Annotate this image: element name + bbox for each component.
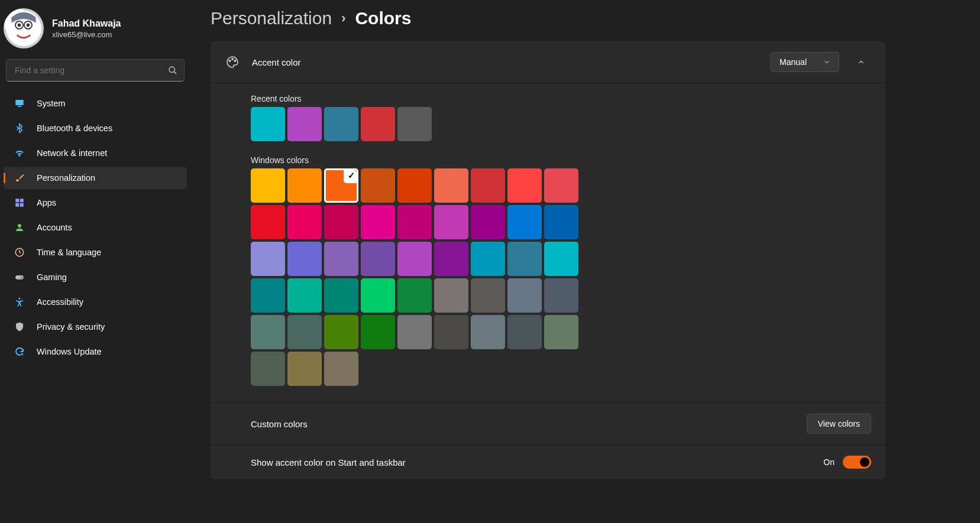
windows-color-swatch[interactable] [397, 242, 432, 276]
windows-color-swatch[interactable] [251, 205, 285, 239]
accent-color-header[interactable]: Accent color Manual [211, 41, 885, 83]
sidebar-item-label: Network & internet [37, 148, 107, 158]
recent-color-swatch[interactable] [251, 107, 285, 141]
svg-point-16 [21, 277, 22, 278]
svg-rect-10 [20, 199, 24, 202]
show-accent-label: Show accent color on Start and taskbar [251, 457, 811, 467]
sidebar-item-gamepad[interactable]: Gaming [4, 266, 187, 288]
windows-color-swatch[interactable] [287, 242, 322, 276]
windows-color-swatch[interactable] [361, 205, 395, 239]
svg-point-5 [169, 67, 174, 72]
windows-color-swatch[interactable] [251, 352, 285, 386]
svg-point-13 [18, 224, 21, 228]
avatar-illustration-icon [6, 11, 41, 46]
collapse-button[interactable] [851, 52, 871, 72]
sidebar-item-label: Bluetooth & devices [37, 124, 112, 133]
profile-email: xlive65@live.com [52, 30, 121, 39]
windows-color-swatch[interactable] [507, 242, 542, 276]
view-colors-button[interactable]: View colors [807, 414, 871, 434]
windows-color-swatch[interactable] [544, 278, 578, 313]
search-input[interactable] [6, 59, 185, 82]
windows-color-swatch[interactable] [471, 315, 505, 349]
sidebar-item-update[interactable]: Windows Update [4, 340, 187, 363]
windows-color-swatch[interactable] [434, 205, 468, 239]
sidebar-item-shield[interactable]: Privacy & security [4, 316, 187, 338]
sidebar-item-label: Personalization [37, 173, 95, 183]
windows-color-swatch[interactable] [507, 205, 542, 239]
windows-color-swatch[interactable] [361, 278, 395, 313]
windows-color-swatch[interactable] [287, 352, 322, 386]
windows-color-swatch[interactable] [471, 278, 505, 313]
show-accent-toggle[interactable] [843, 456, 871, 469]
breadcrumb-parent[interactable]: Personalization [211, 8, 332, 28]
svg-point-3 [18, 24, 21, 27]
toggle-state-text: On [823, 457, 835, 467]
windows-color-swatch[interactable] [287, 205, 322, 239]
svg-point-20 [232, 59, 233, 60]
windows-color-swatch[interactable] [544, 315, 578, 349]
windows-color-swatch[interactable] [324, 278, 358, 313]
sidebar-item-system[interactable]: System [4, 92, 187, 115]
sidebar-item-bluetooth[interactable]: Bluetooth & devices [4, 117, 187, 139]
windows-color-swatch[interactable] [324, 205, 358, 239]
windows-color-swatch[interactable] [544, 242, 578, 276]
svg-rect-15 [15, 275, 24, 280]
recent-color-swatch[interactable] [287, 107, 322, 141]
profile-block[interactable]: Fahad Khawaja xlive65@live.com [4, 8, 187, 59]
sidebar-item-label: Accessibility [37, 297, 83, 307]
windows-color-swatch[interactable] [361, 168, 395, 203]
windows-color-swatch[interactable] [324, 242, 358, 276]
apps-icon [14, 197, 26, 208]
windows-color-swatch[interactable] [324, 315, 358, 349]
windows-color-swatch[interactable] [287, 315, 322, 349]
windows-color-swatch[interactable] [434, 168, 468, 203]
sidebar-item-accessibility[interactable]: Accessibility [4, 291, 187, 313]
windows-color-swatch[interactable] [471, 168, 505, 203]
accent-mode-value: Manual [780, 57, 807, 67]
windows-color-swatch[interactable] [361, 242, 395, 276]
recent-color-swatch[interactable] [324, 107, 358, 141]
svg-point-19 [229, 60, 230, 61]
sidebar: Fahad Khawaja xlive65@live.com SystemBlu… [0, 0, 195, 523]
windows-color-swatch[interactable] [507, 168, 542, 203]
windows-color-swatch[interactable] [507, 278, 542, 313]
recent-colors-label: Recent colors [251, 94, 871, 103]
windows-color-swatch[interactable] [507, 315, 542, 349]
chevron-down-icon [823, 59, 830, 66]
windows-color-swatch[interactable] [397, 205, 432, 239]
windows-color-swatch[interactable] [544, 168, 578, 203]
windows-color-swatch[interactable] [544, 205, 578, 239]
palette-icon [225, 55, 240, 69]
windows-color-swatch[interactable] [287, 168, 322, 203]
windows-color-swatch[interactable] [434, 278, 468, 313]
svg-line-6 [174, 72, 176, 74]
windows-color-swatch[interactable] [397, 168, 432, 203]
windows-color-swatch[interactable] [324, 352, 358, 386]
windows-color-swatch[interactable] [251, 278, 285, 313]
svg-rect-7 [15, 100, 24, 105]
windows-color-swatch[interactable] [397, 315, 432, 349]
sidebar-item-brush[interactable]: Personalization [4, 167, 187, 189]
windows-color-swatch[interactable] [397, 278, 432, 313]
windows-color-swatch[interactable] [251, 315, 285, 349]
windows-color-swatch[interactable] [471, 242, 505, 276]
accent-mode-dropdown[interactable]: Manual [771, 52, 839, 72]
windows-color-swatch[interactable] [434, 315, 468, 349]
brush-icon [14, 173, 26, 183]
sidebar-item-clock[interactable]: Time & language [4, 241, 187, 264]
sidebar-item-wifi[interactable]: Network & internet [4, 142, 187, 164]
accent-color-label: Accent color [252, 57, 759, 67]
windows-color-swatch[interactable] [287, 278, 322, 313]
windows-color-swatch[interactable] [471, 205, 505, 239]
nav: SystemBluetooth & devicesNetwork & inter… [4, 92, 187, 363]
windows-color-swatch[interactable] [434, 242, 468, 276]
show-accent-control: On [823, 456, 871, 469]
sidebar-item-apps[interactable]: Apps [4, 191, 187, 214]
sidebar-item-user[interactable]: Accounts [4, 216, 187, 239]
recent-color-swatch[interactable] [397, 107, 432, 141]
windows-color-swatch[interactable] [251, 242, 285, 276]
recent-color-swatch[interactable] [361, 107, 395, 141]
windows-color-swatch[interactable] [251, 168, 285, 203]
windows-color-swatch[interactable]: ✓ [324, 168, 358, 203]
windows-color-swatch[interactable] [361, 315, 395, 349]
